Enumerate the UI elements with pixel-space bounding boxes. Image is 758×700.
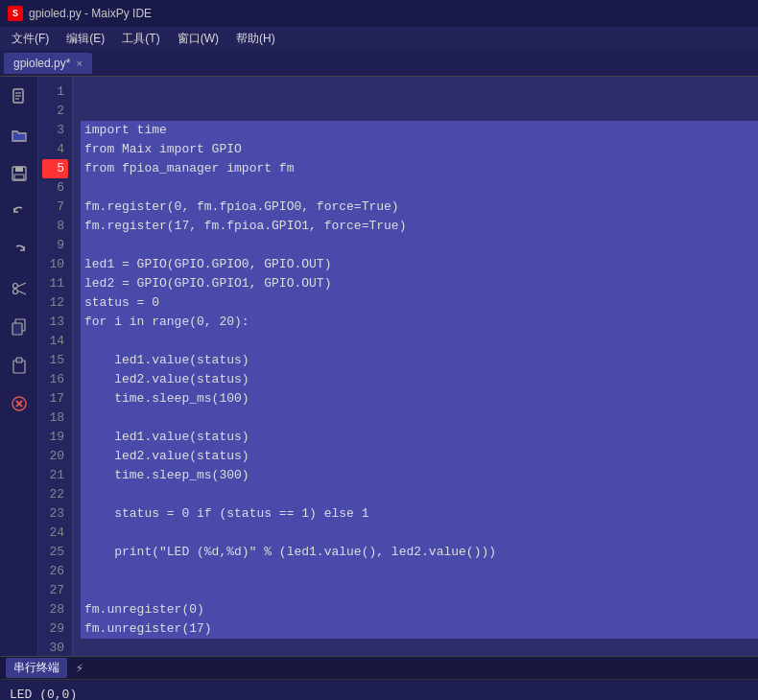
code-line-22[interactable] (81, 524, 758, 543)
tab-label: gpioled.py* (13, 57, 70, 70)
line-number-23: 23 (42, 504, 68, 524)
line-number-22: 22 (42, 485, 68, 504)
code-line-25[interactable] (81, 581, 758, 600)
code-line-27[interactable]: fm.unregister(17) (81, 619, 758, 639)
line-number-30: 30 (42, 639, 68, 656)
code-line-9[interactable]: led2 = GPIO(GPIO.GPIO1, GPIO.OUT) (81, 274, 758, 293)
svg-point-8 (12, 290, 17, 294)
paste-icon[interactable] (7, 353, 32, 378)
line-number-14: 14 (42, 332, 68, 351)
error-icon[interactable] (7, 391, 32, 416)
menu-file[interactable]: 文件(F) (4, 29, 57, 49)
code-line-26[interactable]: fm.unregister(0) (81, 600, 758, 619)
code-line-16[interactable] (81, 408, 758, 428)
svg-point-7 (12, 284, 17, 289)
code-line-3[interactable]: from fpioa_manager import fm (81, 159, 758, 178)
code-line-28[interactable] (81, 639, 758, 656)
redo-icon[interactable] (7, 238, 32, 263)
line-number-10: 10 (42, 255, 68, 274)
line-number-3: 3 (42, 121, 68, 140)
line-number-20: 20 (42, 447, 68, 466)
line-number-4: 4 (42, 140, 68, 159)
tab-close-button[interactable]: × (76, 58, 82, 69)
code-line-17[interactable]: led1.value(status) (81, 428, 758, 447)
code-line-4[interactable] (81, 178, 758, 198)
menu-bar: 文件(F) 编辑(E) 工具(T) 窗口(W) 帮助(H) (0, 27, 758, 50)
svg-line-9 (17, 283, 26, 287)
tab-bar: gpioled.py* × (0, 50, 758, 77)
line-number-13: 13 (42, 313, 68, 332)
terminal-output: LED (0,0)LED (1,1)LED (0,0) (0, 680, 758, 700)
line-number-6: 6 (42, 178, 68, 198)
line-number-21: 21 (42, 466, 68, 485)
line-number-7: 7 (42, 198, 68, 217)
sidebar (0, 77, 38, 656)
line-number-26: 26 (42, 562, 68, 581)
code-line-2[interactable]: from Maix import GPIO (81, 140, 758, 159)
window-title: gpioled.py - MaixPy IDE (29, 7, 152, 20)
title-bar: S gpioled.py - MaixPy IDE (0, 0, 758, 27)
menu-tools[interactable]: 工具(T) (114, 29, 167, 49)
bottom-tab-bar: 串行终端 ⚡ (0, 657, 758, 680)
code-line-12[interactable] (81, 332, 758, 351)
code-lines[interactable]: import timefrom Maix import GPIOfrom fpi… (73, 77, 758, 656)
undo-icon[interactable] (7, 199, 32, 224)
app-icon: S (8, 6, 23, 21)
code-line-5[interactable]: fm.register(0, fm.fpioa.GPIO0, force=Tru… (81, 198, 758, 217)
scissors-icon[interactable] (7, 276, 32, 301)
line-number-1: 1 (42, 82, 68, 102)
line-number-24: 24 (42, 524, 68, 543)
code-line-23[interactable]: print("LED (%d,%d)" % (led1.value(), led… (81, 543, 758, 562)
menu-help[interactable]: 帮助(H) (228, 29, 283, 49)
code-line-10[interactable]: status = 0 (81, 293, 758, 313)
svg-rect-12 (12, 323, 22, 335)
code-line-7[interactable] (81, 236, 758, 255)
line-number-5: 5 (42, 159, 68, 178)
main-layout: 1234567891011121314151617181920212223242… (0, 77, 758, 656)
code-line-14[interactable]: led2.value(status) (81, 370, 758, 389)
terminal-line: LED (0,0) (10, 686, 748, 700)
code-line-8[interactable]: led1 = GPIO(GPIO.GPIO0, GPIO.OUT) (81, 255, 758, 274)
line-number-19: 19 (42, 428, 68, 447)
line-number-15: 15 (42, 351, 68, 370)
save-icon[interactable] (7, 161, 32, 186)
code-line-21[interactable]: status = 0 if (status == 1) else 1 (81, 504, 758, 524)
svg-rect-14 (16, 358, 22, 362)
svg-line-10 (17, 291, 26, 294)
line-number-12: 12 (42, 293, 68, 313)
code-line-20[interactable] (81, 485, 758, 504)
line-number-29: 29 (42, 619, 68, 639)
svg-rect-5 (15, 167, 23, 172)
code-line-11[interactable]: for i in range(0, 20): (81, 313, 758, 332)
copy-icon[interactable] (7, 315, 32, 339)
line-number-28: 28 (42, 600, 68, 619)
code-line-6[interactable]: fm.register(17, fm.fpioa.GPIO1, force=Tr… (81, 217, 758, 236)
line-number-27: 27 (42, 581, 68, 600)
tab-gpioled[interactable]: gpioled.py* × (4, 53, 92, 74)
terminal-icon[interactable]: ⚡ (71, 660, 88, 677)
line-number-25: 25 (42, 543, 68, 562)
code-line-15[interactable]: time.sleep_ms(100) (81, 389, 758, 408)
new-file-icon[interactable] (7, 84, 32, 109)
code-area[interactable]: 1234567891011121314151617181920212223242… (38, 77, 758, 656)
code-line-18[interactable]: led2.value(status) (81, 447, 758, 466)
line-number-16: 16 (42, 370, 68, 389)
line-number-17: 17 (42, 389, 68, 408)
code-line-24[interactable] (81, 562, 758, 581)
bottom-panel: 串行终端 ⚡ LED (0,0)LED (1,1)LED (0,0) (0, 656, 758, 700)
svg-rect-6 (14, 175, 24, 179)
menu-edit[interactable]: 编辑(E) (59, 29, 112, 49)
line-number-18: 18 (42, 408, 68, 428)
line-number-2: 2 (42, 102, 68, 121)
line-numbers: 1234567891011121314151617181920212223242… (38, 77, 73, 656)
line-number-8: 8 (42, 217, 68, 236)
code-line-1[interactable]: import time (81, 121, 758, 140)
code-line-19[interactable]: time.sleep_ms(300) (81, 466, 758, 485)
menu-window[interactable]: 窗口(W) (170, 29, 226, 49)
tab-serial-terminal[interactable]: 串行终端 (6, 658, 67, 678)
open-folder-icon[interactable] (7, 123, 32, 148)
line-number-9: 9 (42, 236, 68, 255)
code-line-13[interactable]: led1.value(status) (81, 351, 758, 370)
code-container[interactable]: 1234567891011121314151617181920212223242… (38, 77, 758, 656)
line-number-11: 11 (42, 274, 68, 293)
